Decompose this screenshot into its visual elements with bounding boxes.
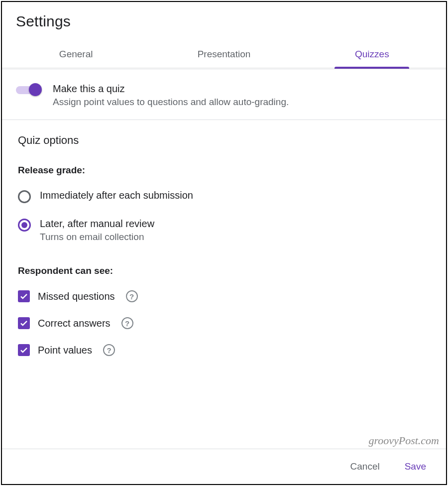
help-icon[interactable]: ?: [121, 317, 133, 329]
tab-presentation[interactable]: Presentation: [150, 39, 298, 69]
cancel-button[interactable]: Cancel: [345, 458, 385, 475]
checkmark-icon: [19, 319, 28, 328]
radio-text: Immediately after each submission: [40, 190, 193, 201]
quiz-options-section: Quiz options Release grade: Immediately …: [2, 120, 446, 376]
dialog-header: Settings: [2, 2, 446, 39]
radio-immediately[interactable]: Immediately after each submission: [18, 190, 430, 203]
checkbox-label[interactable]: Missed questions: [38, 291, 115, 302]
toggle-title: Make this a quiz: [53, 83, 289, 95]
radio-label: Later, after manual review: [40, 218, 154, 230]
checkbox-missed-questions[interactable]: [18, 290, 30, 302]
tab-general[interactable]: General: [2, 39, 150, 69]
radio-icon: [18, 219, 31, 232]
checkmark-icon: [19, 346, 28, 355]
checkbox-row-missed: Missed questions ?: [18, 290, 430, 302]
checkbox-correct-answers[interactable]: [18, 317, 30, 329]
tabs-bar: General Presentation Quizzes: [2, 39, 446, 69]
radio-hint: Turns on email collection: [40, 232, 154, 243]
respondent-can-see-label: Respondent can see:: [18, 265, 430, 276]
respondent-can-see-group: Respondent can see: Missed questions ? C…: [18, 265, 430, 356]
toggle-subtitle: Assign point values to questions and all…: [53, 97, 289, 108]
checkbox-label[interactable]: Point values: [38, 345, 92, 356]
checkbox-label[interactable]: Correct answers: [38, 318, 111, 329]
watermark: groovyPost.com: [368, 434, 439, 447]
settings-dialog: Settings General Presentation Quizzes Ma…: [1, 1, 447, 485]
checkbox-row-points: Point values ?: [18, 344, 430, 356]
radio-label: Immediately after each submission: [40, 190, 193, 201]
dialog-footer: Cancel Save: [2, 449, 446, 484]
quiz-options-title: Quiz options: [18, 134, 430, 147]
toggle-thumb: [29, 83, 42, 96]
radio-later-manual[interactable]: Later, after manual review Turns on emai…: [18, 218, 430, 243]
radio-icon: [18, 190, 31, 203]
save-button[interactable]: Save: [400, 458, 431, 475]
checkbox-row-correct: Correct answers ?: [18, 317, 430, 329]
quiz-toggle-section: Make this a quiz Assign point values to …: [2, 69, 446, 120]
release-grade-label: Release grade:: [18, 165, 430, 176]
help-icon[interactable]: ?: [126, 290, 138, 302]
tab-quizzes[interactable]: Quizzes: [298, 39, 446, 69]
toggle-text: Make this a quiz Assign point values to …: [53, 83, 289, 108]
checkbox-point-values[interactable]: [18, 344, 30, 356]
checkmark-icon: [19, 292, 28, 301]
content-area: Make this a quiz Assign point values to …: [2, 69, 446, 449]
make-quiz-toggle[interactable]: [16, 85, 43, 95]
help-icon[interactable]: ?: [103, 344, 115, 356]
radio-text: Later, after manual review Turns on emai…: [40, 218, 154, 243]
page-title: Settings: [16, 13, 432, 30]
